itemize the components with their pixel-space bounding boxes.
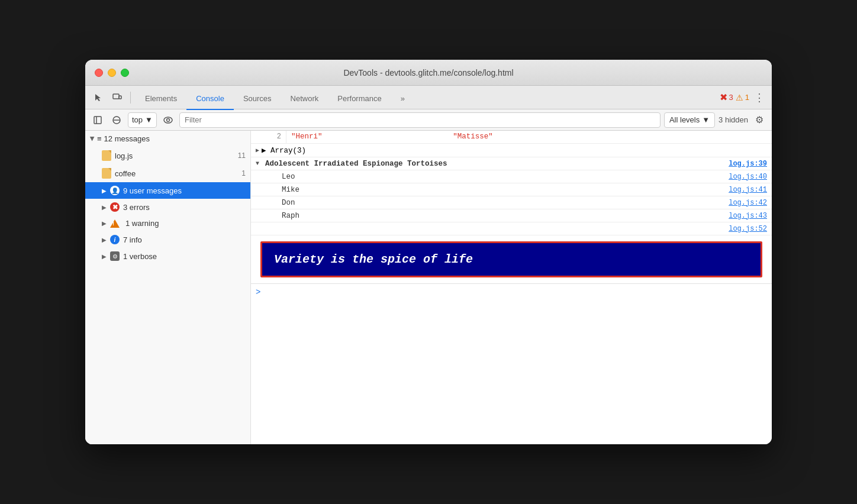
warn-count-label: 1 xyxy=(745,93,749,102)
array-expand-icon[interactable]: ▶ xyxy=(256,147,259,154)
verbose-label: 1 verbose xyxy=(123,252,157,261)
minimize-button[interactable] xyxy=(108,69,116,77)
group-item-mike-source[interactable]: log.js:41 xyxy=(724,184,772,196)
messages-count-label: 12 messages xyxy=(104,134,150,143)
group-item-0: Leo log.js:40 xyxy=(251,170,772,183)
expand-icon-verbose: ▶ xyxy=(102,253,107,260)
device-icon[interactable] xyxy=(109,89,125,106)
tabs: Elements Console Sources Network Perform… xyxy=(136,86,717,109)
traffic-lights xyxy=(95,69,129,77)
main-content: ▶ ≡ 12 messages log.js 11 coffee 1 ▶ 👤 xyxy=(85,131,772,444)
row-col3 xyxy=(610,131,772,143)
sidebar: ▶ ≡ 12 messages log.js 11 coffee 1 ▶ 👤 xyxy=(85,131,251,444)
lone-source[interactable]: log.js:52 xyxy=(724,223,772,235)
coffee-file-name: coffee xyxy=(115,169,136,178)
separator xyxy=(130,92,131,104)
inspect-icon[interactable] xyxy=(90,89,107,106)
col2-value: "Matisse" xyxy=(453,133,493,141)
group-header-row: ▼ Adolescent Irradiated Espionage Tortoi… xyxy=(251,157,772,170)
level-selector[interactable]: All levels ▼ xyxy=(664,112,715,128)
group-expand-icon[interactable]: ▼ xyxy=(251,160,260,167)
tab-performance[interactable]: Performance xyxy=(328,89,391,110)
svg-rect-1 xyxy=(119,96,121,99)
group-item-don: Don xyxy=(263,197,724,209)
group-item-don-source[interactable]: log.js:42 xyxy=(724,197,772,209)
file-name: log.js xyxy=(115,151,133,160)
verbose-icon-sidebar: ⚙ xyxy=(110,251,120,261)
expand-icon-errors: ▶ xyxy=(102,204,107,211)
devtools-window: DevTools - devtools.glitch.me/console/lo… xyxy=(85,60,772,444)
group-item-leo-source[interactable]: log.js:40 xyxy=(724,171,772,183)
console-toolbar: top ▼ All levels ▼ 3 hidden ⚙ xyxy=(85,109,772,131)
expand-icon-warning: ▶ xyxy=(102,220,107,227)
info-icon-sidebar: i xyxy=(110,235,120,244)
group-item-1: Mike log.js:41 xyxy=(251,183,772,196)
clear-console-icon[interactable] xyxy=(109,112,124,128)
array-label: ▶ Array(3) xyxy=(262,146,306,155)
tab-more[interactable]: » xyxy=(391,89,414,110)
filter-input[interactable] xyxy=(179,112,661,128)
lone-row-content xyxy=(251,227,724,231)
svg-point-6 xyxy=(164,117,172,123)
warning-icon-sidebar xyxy=(110,219,120,228)
group-item-raph: Raph xyxy=(263,210,724,222)
sidebar-verbose[interactable]: ▶ ⚙ 1 verbose xyxy=(85,248,250,264)
file-count: 11 xyxy=(238,151,246,160)
group-item-raph-source[interactable]: log.js:43 xyxy=(724,210,772,222)
warning-label: 1 warning xyxy=(125,219,159,228)
sidebar-toggle-icon[interactable] xyxy=(90,112,105,128)
titlebar: DevTools - devtools.glitch.me/console/lo… xyxy=(85,60,772,86)
error-count: ✖ 3 xyxy=(720,92,733,103)
error-icon: ✖ xyxy=(720,92,727,103)
array-row[interactable]: ▶ ▶ Array(3) xyxy=(251,144,772,157)
highlight-box: Variety is the spice of life xyxy=(260,241,762,277)
svg-point-7 xyxy=(166,118,169,121)
tab-sources[interactable]: Sources xyxy=(234,89,281,110)
col1-value: "Henri" xyxy=(291,133,323,141)
warning-icon: ⚠ xyxy=(736,93,743,102)
console-input[interactable] xyxy=(263,287,767,296)
sidebar-messages-header[interactable]: ▶ ≡ 12 messages xyxy=(85,131,250,147)
context-selector[interactable]: top ▼ xyxy=(128,112,157,128)
warn-count: ⚠ 1 xyxy=(736,93,749,102)
file-icon xyxy=(102,150,111,161)
group-item-3: Raph log.js:43 xyxy=(251,209,772,222)
table-row: 2 "Henri" "Matisse" xyxy=(251,131,772,144)
context-arrow: ▼ xyxy=(145,115,153,124)
console-prompt: > xyxy=(256,287,260,297)
eye-icon[interactable] xyxy=(160,112,176,128)
console-panel: 2 "Henri" "Matisse" ▶ ▶ Array(3) ▼ Adole… xyxy=(251,131,772,444)
tab-network[interactable]: Network xyxy=(281,89,328,110)
close-button[interactable] xyxy=(95,69,103,77)
settings-icon[interactable]: ⚙ xyxy=(752,112,767,128)
user-messages-label: 9 user messages xyxy=(123,186,182,195)
group-item-mike: Mike xyxy=(263,184,724,196)
sidebar-file-logjs[interactable]: log.js 11 xyxy=(85,147,250,164)
toolbar-right: ✖ 3 ⚠ 1 ⋮ xyxy=(720,91,767,104)
error-count-label: 3 xyxy=(729,93,733,102)
maximize-button[interactable] xyxy=(121,69,129,77)
row-col2: "Matisse" xyxy=(448,131,610,143)
tab-bar: Elements Console Sources Network Perform… xyxy=(85,86,772,109)
group-source[interactable]: log.js:39 xyxy=(724,158,772,170)
tab-console[interactable]: Console xyxy=(186,89,234,110)
svg-rect-0 xyxy=(113,94,119,99)
svg-rect-2 xyxy=(94,117,101,124)
group-item-leo: Leo xyxy=(263,171,724,183)
info-label: 7 info xyxy=(123,235,142,244)
user-icon: 👤 xyxy=(110,186,120,195)
sidebar-info[interactable]: ▶ i 7 info xyxy=(85,231,250,248)
devtools-menu-button[interactable]: ⋮ xyxy=(752,91,767,104)
sidebar-user-messages[interactable]: ▶ 👤 9 user messages xyxy=(85,182,250,199)
tab-elements[interactable]: Elements xyxy=(136,89,186,110)
sidebar-file-coffee[interactable]: coffee 1 xyxy=(85,164,250,182)
hidden-count: 3 hidden xyxy=(719,115,748,124)
lone-source-row: log.js:52 xyxy=(251,222,772,235)
sidebar-warning[interactable]: ▶ 1 warning xyxy=(85,215,250,231)
console-input-row: > xyxy=(251,283,772,300)
errors-label: 3 errors xyxy=(123,203,150,212)
level-arrow: ▼ xyxy=(702,115,710,124)
sidebar-errors[interactable]: ▶ ✖ 3 errors xyxy=(85,199,250,215)
group-label: Adolescent Irradiated Espionage Tortoise… xyxy=(260,158,724,170)
file-icon-coffee xyxy=(102,168,111,179)
